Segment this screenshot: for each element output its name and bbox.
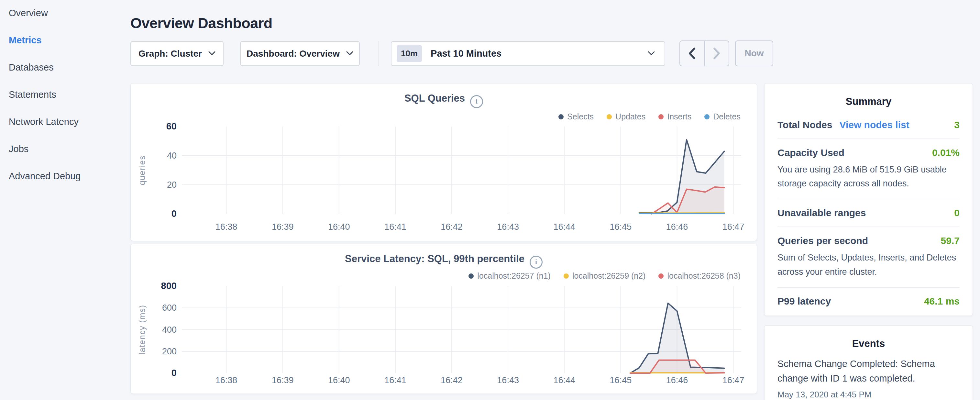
sidebar-item-statements[interactable]: Statements [9,89,129,100]
now-button[interactable]: Now [735,40,773,66]
chevron-down-icon [346,51,353,56]
x-tick-label: 16:47 [722,375,745,385]
view-nodes-link[interactable]: View nodes list [839,120,909,131]
chevron-left-icon [687,46,697,60]
summary-row-description: Sum of Selects, Updates, Inserts, and De… [778,251,959,279]
step-forward-button[interactable] [704,41,729,66]
series-area [652,187,724,214]
x-tick-label: 16:46 [666,222,688,232]
x-tick-label: 16:39 [272,222,294,232]
events-panel: Events Schema Change Completed: Schema c… [764,325,973,400]
sql-queries-chart-card: SQL Queriesi SelectsUpdatesInsertsDelete… [130,83,757,241]
summary-panel: Summary Total NodesView nodes list3Capac… [764,83,973,316]
event-text: Schema Change Completed: Schema change w… [778,357,959,386]
dashboard-dropdown[interactable]: Dashboard: Overview [240,41,360,66]
x-tick-label: 16:44 [553,222,575,232]
x-tick-label: 16:47 [722,222,745,232]
sidebar-item-jobs[interactable]: Jobs [9,144,129,155]
y-tick-label: 20 [167,180,177,190]
summary-row-value: 0.01% [932,147,959,158]
summary-row-label: P99 latency [778,296,831,307]
summary-row: Unavailable ranges0 [778,199,959,227]
summary-row: Total NodesView nodes list3 [778,112,959,139]
summary-row-description: You are using 28.6 MiB of 515.9 GiB usab… [778,163,959,191]
summary-row-label: Unavailable ranges [778,207,866,218]
x-tick-label: 16:42 [441,375,463,385]
chart-plot-area[interactable]: 16:3816:3916:4016:4116:4216:4316:4416:45… [131,244,757,394]
events-list: Schema Change Completed: Schema change w… [765,349,972,400]
sidebar-item-advanced-debug[interactable]: Advanced Debug [9,171,129,182]
summary-row-value: 46.1 ms [924,296,959,307]
x-tick-label: 16:39 [272,375,294,385]
y-tick-label: 0 [172,368,177,378]
summary-title: Summary [765,83,972,107]
graph-dropdown-label: Graph: Cluster [138,49,202,59]
controls-divider [379,41,379,66]
service-latency-chart-card: Service Latency: SQL, 99th percentilei l… [130,244,757,394]
chevron-down-icon [208,51,215,56]
x-tick-label: 16:45 [610,375,632,385]
x-tick-label: 16:38 [215,222,237,232]
event-timestamp: May 13, 2020 at 4:45 PM [778,390,959,400]
y-tick-label: 800 [161,280,177,291]
sidebar-nav: OverviewMetricsDatabasesStatementsNetwor… [0,0,129,198]
x-tick-label: 16:41 [384,375,406,385]
y-tick-label: 60 [166,121,177,131]
x-tick-label: 16:41 [384,222,406,232]
summary-row: P99 latency46.1 ms [778,288,959,315]
y-tick-label: 400 [162,325,177,335]
summary-row-value: 59.7 [941,235,959,246]
summary-row-label: Queries per second [778,235,868,246]
summary-row: Queries per second59.7Sum of Selects, Up… [778,227,959,287]
time-window-badge: 10m [397,45,422,62]
y-tick-label: 200 [162,347,177,356]
time-range-selector[interactable]: 10m Past 10 Minutes [391,41,665,66]
sidebar-item-overview[interactable]: Overview [9,8,129,18]
y-axis-title: queries [137,155,146,185]
dashboard-dropdown-label: Dashboard: Overview [247,49,340,59]
y-axis-title: latency (ms) [137,304,146,354]
time-step-buttons [679,40,729,66]
sidebar-item-databases[interactable]: Databases [9,62,129,73]
time-window-label: Past 10 Minutes [431,48,648,59]
summary-row: Capacity Used0.01%You are using 28.6 MiB… [778,139,959,199]
y-tick-label: 0 [172,209,177,219]
x-tick-label: 16:40 [328,375,350,385]
graph-dropdown[interactable]: Graph: Cluster [130,41,224,66]
sidebar-item-network-latency[interactable]: Network Latency [9,116,129,127]
page-title: Overview Dashboard [130,15,272,32]
x-tick-label: 16:43 [497,375,519,385]
sidebar-item-metrics[interactable]: Metrics [9,35,129,46]
summary-row-label: Total Nodes [778,120,832,131]
x-tick-label: 16:46 [666,375,688,385]
summary-row-value: 0 [954,207,959,218]
x-tick-label: 16:44 [553,375,575,385]
chevron-right-icon [712,46,721,60]
y-tick-label: 40 [167,151,177,161]
chart-plot-area[interactable]: 16:3816:3916:4016:4116:4216:4316:4416:45… [131,83,757,241]
x-tick-label: 16:38 [215,375,237,385]
y-tick-label: 600 [162,303,177,312]
x-tick-label: 16:43 [497,222,519,232]
x-tick-label: 16:45 [610,222,632,232]
x-tick-label: 16:42 [441,222,463,232]
summary-row-label: Capacity Used [778,147,845,158]
events-title: Events [765,325,972,349]
step-back-button[interactable] [680,41,704,66]
event-item[interactable]: Schema Change Completed: Schema change w… [765,349,972,400]
chevron-down-icon [648,51,655,56]
summary-rows: Total NodesView nodes list3Capacity Used… [765,107,972,315]
summary-row-value: 3 [954,120,959,131]
x-tick-label: 16:40 [328,222,350,232]
